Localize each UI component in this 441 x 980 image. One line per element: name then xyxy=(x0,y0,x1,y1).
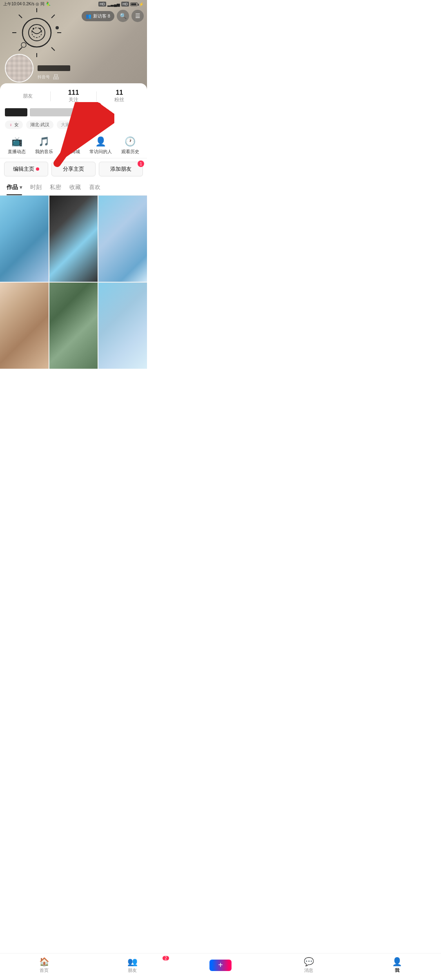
friends-label: 朋友 xyxy=(8,93,47,100)
stats-row: 朋友 111 关注 11 粉丝 xyxy=(0,83,147,107)
avatar-image xyxy=(6,55,33,82)
meta-row: ♀ 女 湖北·武汉 大家小站 xyxy=(0,119,147,132)
video-thumb-2[interactable] xyxy=(49,196,98,282)
gender-tag: ♀ 女 xyxy=(5,120,23,129)
svg-line-9 xyxy=(19,47,22,51)
visitor-icon: 👥 xyxy=(86,13,91,19)
video-thumb-4[interactable] xyxy=(0,283,49,369)
nav-music[interactable]: 🎵 我的音乐 xyxy=(35,136,53,155)
username-block xyxy=(38,65,70,71)
history-icon: 🕐 xyxy=(125,136,136,147)
bottom-spacer xyxy=(0,369,147,397)
frequent-label: 常访问的人 xyxy=(89,149,112,155)
status-bar: 上午10:04 0.2K/s ◎ 同 🦜 HD ▂▃▄▅ HD ⚡ xyxy=(0,0,147,8)
profile-card: 朋友 111 关注 11 粉丝 ♀ 女 湖北·武汉 大家小站 📺 直播动态 xyxy=(0,83,147,397)
battery-icon xyxy=(130,2,138,6)
signal-icon: ▂▃▄▅ xyxy=(107,2,120,7)
following-count: 111 xyxy=(54,89,93,96)
tab-works[interactable]: 作品 ▾ xyxy=(7,180,22,195)
hd2-icon: HD xyxy=(121,2,129,7)
music-icon: 🎵 xyxy=(38,136,49,147)
svg-point-13 xyxy=(56,26,59,29)
add-friend-button[interactable]: 添加朋友 1 xyxy=(99,162,143,176)
svg-line-6 xyxy=(19,15,22,18)
stat-divider-2 xyxy=(96,91,97,101)
svg-line-8 xyxy=(51,15,55,18)
video-thumb-6[interactable] xyxy=(98,283,147,369)
video-thumb-1[interactable] xyxy=(0,196,49,282)
content-tabs: 作品 ▾ 时刻 私密 收藏 喜欢 xyxy=(0,180,147,196)
badge-1 xyxy=(5,108,27,116)
video-thumb-3[interactable] xyxy=(98,196,147,282)
video-grid xyxy=(0,196,147,369)
svg-point-0 xyxy=(22,18,51,47)
tab-moments[interactable]: 时刻 xyxy=(30,180,42,195)
action-row: 编辑主页 分享主页 添加朋友 1 xyxy=(0,158,147,180)
stat-friends[interactable]: 朋友 xyxy=(8,93,47,100)
profile-info-row: 抖音号 品 xyxy=(5,54,70,82)
quick-nav: 📺 直播动态 🎵 我的音乐 🛒 抖音商城 👤 常访问的人 🕐 观看历史 xyxy=(0,132,147,158)
shop-label: 抖音商城 xyxy=(62,149,80,155)
qr-code-icon[interactable]: 品 xyxy=(53,74,59,81)
status-icons: HD ▂▃▄▅ HD ⚡ xyxy=(98,2,144,7)
search-icon: 🔍 xyxy=(120,13,127,19)
svg-line-7 xyxy=(51,47,55,51)
followers-label: 粉丝 xyxy=(100,96,139,103)
avatar[interactable] xyxy=(5,54,33,82)
following-label: 关注 xyxy=(54,96,93,103)
live-label: 直播动态 xyxy=(8,149,26,155)
tab-chevron: ▾ xyxy=(20,185,22,190)
stat-following[interactable]: 111 关注 xyxy=(54,89,93,103)
svg-point-12 xyxy=(31,27,43,39)
menu-button[interactable]: ☰ xyxy=(131,10,144,22)
find-friends-button[interactable]: 大家小站 xyxy=(57,120,83,129)
stat-followers[interactable]: 11 粉丝 xyxy=(100,89,139,103)
status-time: 上午10:04 0.2K/s ◎ 同 🦜 xyxy=(3,1,51,7)
tab-private[interactable]: 私密 xyxy=(50,180,61,195)
svg-point-14 xyxy=(21,42,26,47)
menu-icon: ☰ xyxy=(135,13,140,19)
profile-header-bg: 👥 新访客 8 🔍 ☰ 抖音号 品 xyxy=(0,0,147,90)
add-friend-badge: 1 xyxy=(138,160,144,167)
location-tag[interactable]: 湖北·武汉 xyxy=(26,120,53,129)
music-label: 我的音乐 xyxy=(35,149,53,155)
frequent-icon: 👤 xyxy=(95,136,106,147)
stat-divider-1 xyxy=(50,91,51,101)
edit-dot xyxy=(36,167,39,171)
video-thumb-5[interactable] xyxy=(49,283,98,369)
search-button[interactable]: 🔍 xyxy=(117,10,129,22)
hd-icon: HD xyxy=(98,2,106,7)
douyin-id-row: 抖音号 品 xyxy=(38,74,70,81)
nav-frequent[interactable]: 👤 常访问的人 xyxy=(89,136,112,155)
edit-home-button[interactable]: 编辑主页 xyxy=(4,162,48,176)
tab-favorites[interactable]: 收藏 xyxy=(69,180,81,195)
followers-count: 11 xyxy=(100,89,139,96)
nav-live[interactable]: 📺 直播动态 xyxy=(8,136,26,155)
live-icon: 📺 xyxy=(11,136,22,147)
bluetooth-icon: ⚡ xyxy=(139,2,144,7)
share-home-button[interactable]: 分享主页 xyxy=(51,162,96,176)
gender-icon: ♀ xyxy=(9,122,13,128)
header-actions: 👥 新访客 8 🔍 ☰ xyxy=(82,10,144,22)
tab-likes[interactable]: 喜欢 xyxy=(89,180,100,195)
shop-icon: 🛒 xyxy=(66,136,77,147)
sun-artwork xyxy=(12,8,61,57)
svg-point-1 xyxy=(29,24,45,41)
nav-shop[interactable]: 🛒 抖音商城 xyxy=(62,136,80,155)
new-visitor-button[interactable]: 👥 新访客 8 xyxy=(82,11,114,21)
username-area: 抖音号 品 xyxy=(38,65,70,81)
nav-history[interactable]: 🕐 观看历史 xyxy=(121,136,139,155)
badge-2 xyxy=(30,108,75,116)
history-label: 观看历史 xyxy=(121,149,139,155)
badges-row xyxy=(0,107,147,119)
